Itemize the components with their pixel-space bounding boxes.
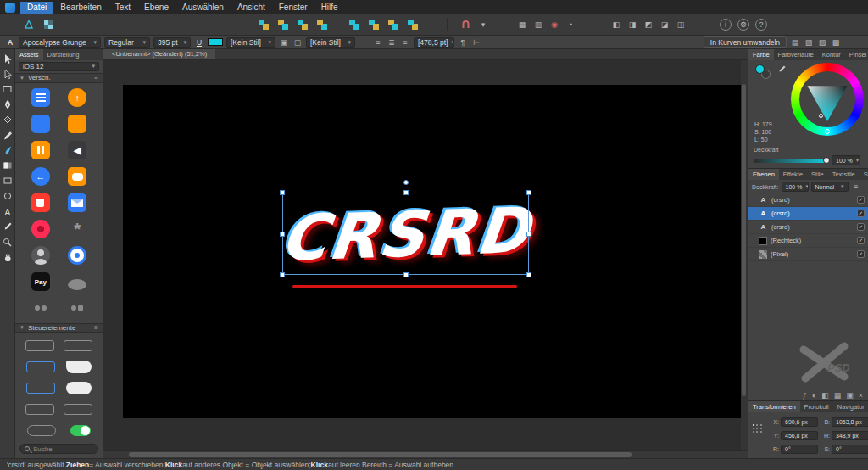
asset-item[interactable]: * <box>59 216 97 243</box>
menu-ebene[interactable]: Ebene <box>137 2 175 14</box>
y-input[interactable]: 456,8 px <box>781 431 818 440</box>
asset-item[interactable] <box>59 190 97 216</box>
vertical-scrollbar-thumb[interactable] <box>742 84 746 396</box>
insert-replace-icon[interactable]: ◪ <box>659 20 670 29</box>
visibility-checkbox[interactable] <box>857 250 865 258</box>
menu-text[interactable]: Text <box>108 2 137 14</box>
artboard[interactable]: CRSRD <box>123 85 744 418</box>
fill-style-select[interactable]: [Kein Stil] <box>226 37 275 48</box>
rectangle-tool[interactable] <box>3 176 13 186</box>
anchor-point-selector[interactable] <box>752 423 763 434</box>
asset-item[interactable]: ◀ <box>59 137 97 164</box>
selection-handle-sw[interactable] <box>280 272 285 277</box>
edit-icon[interactable]: ▣ <box>846 391 854 400</box>
arrange-back-icon[interactable] <box>315 18 329 31</box>
tab-navigator[interactable]: Navigator <box>833 401 868 412</box>
assets-section-versch[interactable]: ▼ Versch. ≡ <box>15 73 103 83</box>
snapping-options-icon[interactable]: ▾ <box>478 20 488 29</box>
menu-ansicht[interactable]: Ansicht <box>231 2 272 14</box>
align-left-icon[interactable]: ≡ <box>373 38 383 47</box>
tab-kontur[interactable]: Kontur <box>818 49 845 60</box>
asset-item[interactable] <box>59 164 97 190</box>
menu-hilfe[interactable]: Hilfe <box>314 2 345 14</box>
help-icon[interactable]: ? <box>755 19 767 31</box>
search-input[interactable] <box>33 445 92 453</box>
insert-inside-icon[interactable]: ◧ <box>611 20 621 29</box>
stroke-style-select[interactable]: [Kein Stil] <box>306 37 355 48</box>
baseline-grid-icon[interactable]: ▤ <box>790 38 800 47</box>
hue-selector[interactable] <box>825 129 830 134</box>
control-button-blue[interactable] <box>26 383 55 394</box>
tab-textstile[interactable]: Textstile <box>828 169 860 180</box>
font-size-select[interactable]: 395 pt <box>153 37 191 48</box>
rotation-handle[interactable] <box>403 180 409 185</box>
opacity-slider-knob[interactable] <box>823 157 830 164</box>
snapping-magnet-icon[interactable] <box>459 18 472 31</box>
tab-farbe[interactable]: Farbe <box>748 49 774 60</box>
control-pill[interactable] <box>27 425 56 436</box>
pen-tool[interactable] <box>3 99 13 109</box>
text-path-icon[interactable]: ▩ <box>831 38 841 47</box>
tab-assets[interactable]: Assets <box>15 49 43 60</box>
control-frame[interactable] <box>25 404 54 415</box>
assets-section-steuerelemente[interactable]: ▼ Steuerelemente ≡ <box>15 323 103 333</box>
horizontal-scrollbar[interactable] <box>103 450 748 458</box>
visibility-checkbox[interactable] <box>857 196 865 204</box>
opacity-slider[interactable] <box>754 159 828 163</box>
control-panel-white[interactable] <box>66 382 92 394</box>
layers-opacity-select[interactable]: 100 % <box>782 182 809 192</box>
boolean-divide-icon[interactable] <box>406 18 420 31</box>
boolean-subtract-icon[interactable] <box>367 18 381 31</box>
ellipse-tool[interactable] <box>3 191 13 201</box>
artboard-tool[interactable] <box>3 84 13 94</box>
selection-handle-e[interactable] <box>526 232 531 237</box>
vertical-scrollbar[interactable] <box>741 60 748 450</box>
blend-mode-select[interactable]: Normal <box>811 182 849 192</box>
tab-farbverlaeufe[interactable]: Farbverläufe <box>774 49 818 60</box>
fill-options-icon[interactable]: ▣ <box>279 38 289 47</box>
toggle-switch[interactable] <box>70 425 91 436</box>
asset-item[interactable] <box>22 137 59 164</box>
text-tool[interactable]: A <box>3 206 13 216</box>
stroke-options-icon[interactable]: ▢ <box>292 38 303 47</box>
tab-effekte[interactable]: Effekte <box>779 169 807 180</box>
paragraph-icon[interactable]: ¶ <box>458 38 468 47</box>
asset-item[interactable] <box>59 295 97 322</box>
tab-stile[interactable]: Stile <box>807 169 828 180</box>
selection-handle-w[interactable] <box>280 232 285 237</box>
arrange-backward-icon[interactable] <box>296 18 309 31</box>
layer-row[interactable]: A (crsrd) <box>748 221 868 234</box>
font-style-select[interactable]: Regular <box>104 37 150 48</box>
node-tool[interactable] <box>3 69 13 79</box>
grid-icon[interactable]: ▦ <box>517 20 527 29</box>
control-frame[interactable] <box>64 404 92 415</box>
character-panel-icon[interactable]: A <box>5 38 15 47</box>
color-picker-tool[interactable] <box>3 221 13 232</box>
tab-ebenen[interactable]: Ebenen <box>748 169 779 180</box>
leading-select[interactable]: [478,5 pt] <box>414 37 454 48</box>
layer-row[interactable]: A (crsrd) <box>748 193 868 207</box>
control-tooltip[interactable] <box>66 361 92 373</box>
color-wheel[interactable] <box>791 63 864 136</box>
add-mask-icon[interactable]: ◧ <box>821 391 829 400</box>
visibility-checkbox[interactable] <box>857 210 865 217</box>
asset-category-select[interactable]: iOS 12 <box>19 62 99 71</box>
tab-transformieren[interactable]: Transformieren <box>748 401 800 412</box>
opacity-value-select[interactable]: 100 % <box>832 155 860 165</box>
boolean-intersect-icon[interactable] <box>387 18 400 31</box>
rotation-input[interactable]: 0° <box>781 445 818 454</box>
insert-behind-icon[interactable]: ◨ <box>627 20 637 29</box>
delete-layer-icon[interactable]: × <box>859 391 863 400</box>
zoom-tool[interactable] <box>3 237 13 247</box>
asset-item[interactable] <box>22 85 59 111</box>
selection-handle-ne[interactable] <box>526 190 531 195</box>
add-effect-icon[interactable]: ƒ <box>803 391 807 400</box>
control-frame[interactable] <box>25 340 54 351</box>
selection-box[interactable] <box>282 193 529 275</box>
asset-item[interactable]: Pay <box>22 269 59 295</box>
tabstop-icon[interactable]: ⊢ <box>471 38 481 47</box>
assistant-icon[interactable]: i <box>720 19 732 31</box>
align-right-icon[interactable]: ≡ <box>400 38 410 47</box>
asset-item[interactable] <box>59 243 97 269</box>
tab-protokoll[interactable]: Protokoll <box>800 401 833 412</box>
